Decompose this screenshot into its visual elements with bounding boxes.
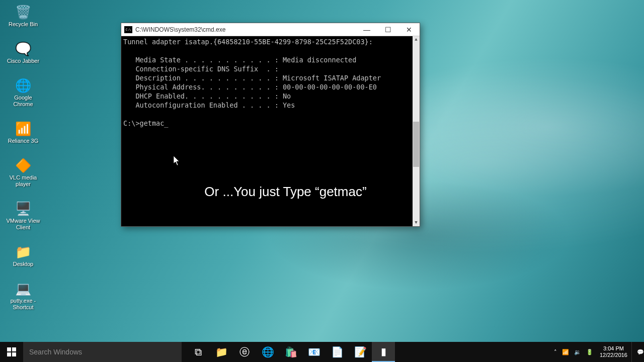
desktop-icon-label: VMware View Client bbox=[6, 218, 41, 231]
cmd-body[interactable]: Tunnel adapter isatap.{64858210-55BE-429… bbox=[121, 36, 420, 226]
clock-time: 3:04 PM bbox=[603, 345, 624, 352]
taskbar-chrome-icon[interactable]: 🌐 bbox=[256, 342, 279, 362]
putty-shortcut-icon: 💻 bbox=[14, 280, 32, 298]
desktop-folder-icon: 📁 bbox=[14, 243, 32, 261]
desktop-icon-vlc-media-player[interactable]: 🔶VLC media player bbox=[3, 156, 43, 188]
taskbar-notepad-icon[interactable]: 📄 bbox=[326, 342, 349, 362]
desktop-icon-label: Reliance 3G bbox=[8, 138, 39, 144]
desktop-icon-label: Google Chrome bbox=[6, 95, 41, 108]
desktop-icon-cisco-jabber[interactable]: 🗨️Cisco Jabber bbox=[3, 40, 43, 64]
cmd-scrollbar[interactable]: ▲ ▼ bbox=[413, 36, 420, 226]
cisco-jabber-icon: 🗨️ bbox=[14, 40, 32, 58]
desktop-icon-google-chrome[interactable]: 🌐Google Chrome bbox=[3, 76, 43, 108]
taskbar-internet-explorer-icon[interactable]: ⓔ bbox=[233, 342, 256, 362]
network-icon[interactable]: 📶 bbox=[559, 342, 572, 362]
desktop-icon-vmware-view-client[interactable]: 🖥️VMware View Client bbox=[3, 200, 43, 231]
minimize-button[interactable]: — bbox=[356, 23, 377, 36]
cmd-icon bbox=[124, 26, 132, 33]
taskbar-file-explorer-icon[interactable]: 📁 bbox=[210, 342, 233, 362]
desktop-icons: 🗑️Recycle Bin🗨️Cisco Jabber🌐Google Chrom… bbox=[3, 3, 43, 323]
search-box[interactable]: Search Windows bbox=[23, 342, 182, 362]
close-button[interactable]: ✕ bbox=[398, 23, 420, 36]
cmd-output: Tunnel adapter isatap.{64858210-55BE-429… bbox=[123, 37, 410, 128]
desktop-icon-label: VLC media player bbox=[6, 174, 41, 188]
volume-icon[interactable]: 🔉 bbox=[572, 342, 584, 362]
windows-logo-icon bbox=[7, 347, 16, 356]
search-placeholder: Search Windows bbox=[29, 348, 82, 356]
cmd-title: C:\WINDOWS\system32\cmd.exe bbox=[135, 26, 356, 33]
scroll-up-icon[interactable]: ▲ bbox=[413, 36, 420, 43]
desktop-icon-putty-shortcut[interactable]: 💻putty.exe - Shortcut bbox=[3, 280, 43, 311]
taskbar-task-view-icon[interactable]: ⧉ bbox=[187, 342, 210, 362]
taskbar: Search Windows ⧉📁ⓔ🌐🛍️📧📄📝▮ ˄ 📶 🔉 🔋 3:04 P… bbox=[0, 342, 644, 362]
taskbar-store-icon[interactable]: 🛍️ bbox=[279, 342, 302, 362]
tutorial-caption: Or ...You just Type “getmac” bbox=[162, 187, 410, 196]
cmd-window: C:\WINDOWS\system32\cmd.exe — ☐ ✕ Tunnel… bbox=[121, 23, 420, 227]
cmd-titlebar[interactable]: C:\WINDOWS\system32\cmd.exe — ☐ ✕ bbox=[121, 23, 420, 36]
google-chrome-icon: 🌐 bbox=[14, 76, 32, 95]
taskbar-cmd-icon[interactable]: ▮ bbox=[372, 342, 395, 362]
reliance-3g-icon: 📶 bbox=[14, 120, 32, 138]
scroll-thumb[interactable] bbox=[413, 122, 419, 167]
desktop-icon-desktop-folder[interactable]: 📁Desktop bbox=[3, 243, 43, 267]
clock-date: 12/22/2016 bbox=[600, 352, 627, 358]
desktop-icon-reliance-3g[interactable]: 📶Reliance 3G bbox=[3, 120, 43, 144]
recycle-bin-icon: 🗑️ bbox=[14, 3, 32, 21]
action-center-icon[interactable]: 💬 bbox=[631, 342, 642, 362]
desktop-icon-label: Cisco Jabber bbox=[7, 58, 39, 64]
clock[interactable]: 3:04 PM 12/22/2016 bbox=[596, 342, 631, 362]
vlc-media-player-icon: 🔶 bbox=[14, 156, 32, 174]
desktop-icon-label: Desktop bbox=[13, 261, 33, 267]
vmware-view-client-icon: 🖥️ bbox=[14, 200, 32, 218]
maximize-button[interactable]: ☐ bbox=[377, 23, 398, 36]
tray-overflow-icon[interactable]: ˄ bbox=[551, 342, 559, 362]
taskbar-pinned: ⧉📁ⓔ🌐🛍️📧📄📝▮ bbox=[187, 342, 395, 362]
system-tray: ˄ 📶 🔉 🔋 3:04 PM 12/22/2016 💬 bbox=[551, 342, 644, 362]
scroll-down-icon[interactable]: ▼ bbox=[413, 219, 420, 226]
desktop-icon-label: putty.exe - Shortcut bbox=[6, 298, 41, 311]
battery-icon[interactable]: 🔋 bbox=[584, 342, 596, 362]
taskbar-outlook-icon[interactable]: 📧 bbox=[302, 342, 326, 362]
desktop-icon-recycle-bin[interactable]: 🗑️Recycle Bin bbox=[3, 3, 43, 28]
start-button[interactable] bbox=[0, 342, 23, 362]
taskbar-notepad-plus-icon[interactable]: 📝 bbox=[349, 342, 372, 362]
desktop-icon-label: Recycle Bin bbox=[9, 21, 38, 28]
